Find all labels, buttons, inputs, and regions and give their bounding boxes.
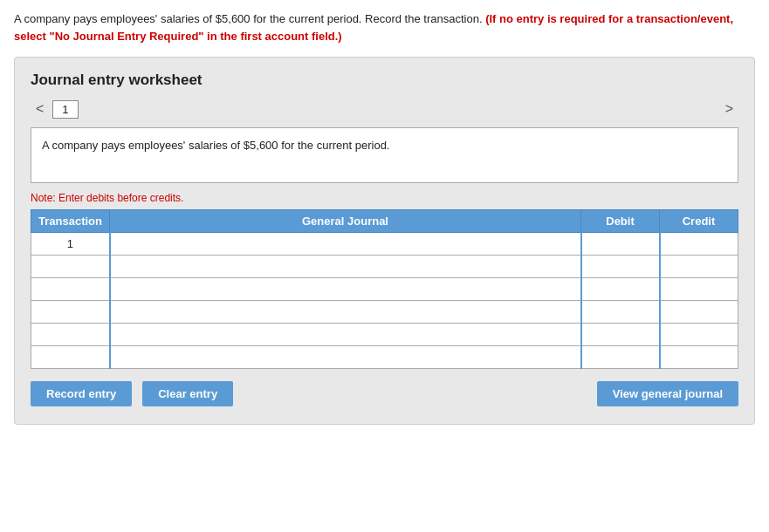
general-journal-cell[interactable]: [110, 256, 581, 278]
debit-cell[interactable]: [581, 346, 660, 369]
table-row: [31, 301, 738, 324]
general-journal-input[interactable]: [111, 324, 580, 345]
note-text: Note: Enter debits before credits.: [31, 192, 738, 204]
debit-cell[interactable]: [581, 324, 660, 346]
tab-navigation: < 1 >: [31, 99, 738, 119]
current-tab[interactable]: 1: [52, 100, 78, 119]
transaction-cell: [31, 324, 110, 346]
table-row: [31, 324, 738, 346]
buttons-row: Record entry Clear entry View general jo…: [31, 381, 738, 406]
general-journal-input[interactable]: [111, 233, 580, 255]
journal-table: Transaction General Journal Debit Credit…: [31, 209, 738, 369]
debit-input[interactable]: [582, 256, 659, 277]
debit-cell[interactable]: [581, 233, 660, 256]
credit-cell[interactable]: [660, 301, 738, 324]
credit-cell[interactable]: [660, 256, 738, 278]
transaction-cell: [31, 278, 110, 301]
credit-input[interactable]: [661, 346, 738, 368]
record-entry-button[interactable]: Record entry: [31, 381, 132, 406]
transaction-cell: [31, 301, 110, 324]
debit-input[interactable]: [582, 324, 659, 345]
general-journal-cell[interactable]: [110, 233, 581, 256]
transaction-cell: 1: [31, 233, 110, 256]
table-row: [31, 256, 738, 278]
col-header-transaction: Transaction: [31, 210, 110, 233]
credit-input[interactable]: [661, 278, 738, 300]
credit-input[interactable]: [661, 233, 738, 255]
debit-input[interactable]: [582, 301, 659, 323]
credit-cell[interactable]: [660, 278, 738, 301]
credit-cell[interactable]: [660, 233, 738, 256]
debit-cell[interactable]: [581, 278, 660, 301]
worksheet-container: Journal entry worksheet < 1 > A company …: [14, 57, 755, 425]
view-general-journal-button[interactable]: View general journal: [597, 381, 738, 406]
general-journal-input[interactable]: [111, 346, 580, 368]
nav-left-arrow[interactable]: <: [31, 99, 49, 119]
col-header-debit: Debit: [581, 210, 660, 233]
instructions-main: A company pays employees' salaries of $5…: [14, 12, 483, 25]
transaction-description: A company pays employees' salaries of $5…: [31, 127, 738, 183]
general-journal-cell[interactable]: [110, 301, 581, 324]
debit-cell[interactable]: [581, 256, 660, 278]
general-journal-cell[interactable]: [110, 324, 581, 346]
debit-input[interactable]: [582, 278, 659, 300]
worksheet-title: Journal entry worksheet: [31, 72, 738, 89]
debit-input[interactable]: [582, 346, 659, 368]
debit-cell[interactable]: [581, 301, 660, 324]
nav-right-arrow[interactable]: >: [720, 99, 738, 119]
credit-cell[interactable]: [660, 324, 738, 346]
credit-input[interactable]: [661, 324, 738, 345]
credit-input[interactable]: [661, 301, 738, 323]
transaction-cell: [31, 346, 110, 369]
general-journal-input[interactable]: [111, 256, 580, 277]
col-header-credit: Credit: [660, 210, 738, 233]
debit-input[interactable]: [582, 233, 659, 255]
credit-cell[interactable]: [660, 346, 738, 369]
table-row: [31, 278, 738, 301]
transaction-cell: [31, 256, 110, 278]
instructions-text: A company pays employees' salaries of $5…: [14, 10, 755, 44]
clear-entry-button[interactable]: Clear entry: [142, 381, 233, 406]
credit-input[interactable]: [661, 256, 738, 277]
col-header-general-journal: General Journal: [110, 210, 581, 233]
general-journal-cell[interactable]: [110, 346, 581, 369]
general-journal-input[interactable]: [111, 301, 580, 323]
table-row: 1: [31, 233, 738, 256]
general-journal-cell[interactable]: [110, 278, 581, 301]
general-journal-input[interactable]: [111, 278, 580, 300]
table-row: [31, 346, 738, 369]
